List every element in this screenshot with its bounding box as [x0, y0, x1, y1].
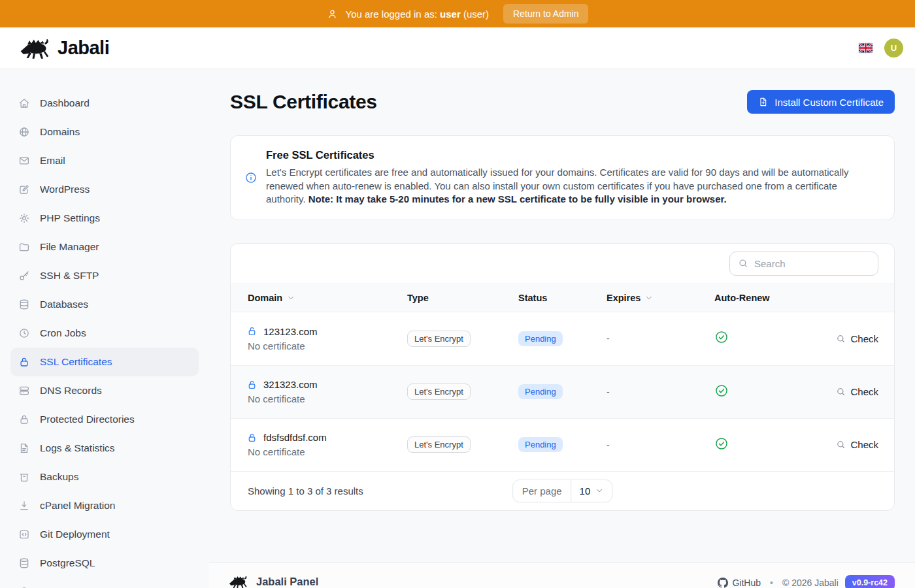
sidebar-item-postgresql[interactable]: PostgreSQL	[10, 549, 199, 578]
boar-logo-icon	[20, 37, 51, 59]
type-badge: Let's Encrypt	[407, 384, 471, 400]
sidebar-item-email[interactable]: Email	[10, 146, 199, 175]
sidebar-item-dns-records[interactable]: DNS Records	[10, 376, 199, 405]
footer-brand: Jabali Panel	[229, 575, 318, 588]
sidebar-item-file-manager[interactable]: File Manager	[10, 233, 199, 261]
column-label: Status	[518, 293, 547, 303]
sidebar-item-label: PostgreSQL	[40, 557, 95, 569]
banner-message: You are logged in as: user (user)	[346, 8, 490, 20]
person-icon	[327, 8, 338, 20]
sidebar-item-label: cPanel Migration	[40, 500, 115, 512]
sidebar-item-ssl-certificates[interactable]: SSL Certificates	[10, 348, 199, 376]
globe-icon	[18, 126, 30, 138]
sidebar-item-ssh-sftp[interactable]: SSH & SFTP	[10, 261, 199, 290]
check-button[interactable]: Check	[799, 333, 878, 344]
mail-icon	[18, 155, 30, 167]
document-icon	[18, 442, 30, 454]
column-label: Domain	[248, 293, 282, 303]
boar-logo-icon	[229, 575, 248, 588]
column-header-status: Status	[518, 293, 607, 303]
info-card-body: Let's Encrypt certificates are free and …	[266, 166, 878, 206]
gear-icon	[18, 212, 30, 224]
install-custom-certificate-button[interactable]: Install Custom Certificate	[747, 90, 895, 114]
sidebar-item-wordpress[interactable]: WordPress	[10, 175, 199, 204]
status-badge: Pending	[518, 331, 563, 346]
sidebar-item-label: PHP Settings	[40, 212, 100, 224]
sidebar-item-databases[interactable]: Databases	[10, 290, 199, 319]
sidebar-nav: DashboardDomainsEmailWordPressPHP Settin…	[0, 69, 209, 588]
sidebar-item-label: Backups	[40, 471, 78, 483]
per-page-label: Per page	[513, 480, 572, 502]
table-search	[729, 252, 878, 276]
chevron-down-icon	[595, 486, 604, 495]
sidebar-item-label: Email	[40, 155, 65, 167]
sidebar-item-label: Databases	[40, 299, 88, 310]
page-title: SSL Certificates	[230, 90, 377, 114]
check-button[interactable]: Check	[799, 386, 878, 397]
cell-expires: -	[607, 333, 714, 344]
sidebar-item-git-deployment[interactable]: Git Deployment	[10, 520, 199, 549]
check-circle-icon	[714, 384, 729, 398]
column-header-expires[interactable]: Expires	[607, 293, 714, 303]
edit-icon	[18, 184, 30, 195]
sidebar-item-label: File Manager	[40, 241, 99, 253]
search-icon	[836, 387, 846, 397]
auto-renew-enabled[interactable]	[714, 330, 799, 347]
home-icon	[18, 97, 30, 109]
type-badge: Let's Encrypt	[407, 436, 471, 453]
check-circle-icon	[714, 330, 729, 344]
sidebar-item-backups[interactable]: Backups	[10, 463, 199, 491]
domain-name: 321323.com	[263, 379, 318, 390]
cell-expires: -	[607, 387, 714, 397]
status-badge: Pending	[518, 437, 563, 452]
brand-name: Jabali	[58, 37, 109, 59]
lock-icon	[18, 356, 30, 368]
search-input[interactable]	[754, 258, 884, 269]
column-header-domain[interactable]: Domain	[248, 293, 407, 303]
cell-domain: fdsfsdfdsf.comNo certificate	[248, 432, 407, 457]
per-page-selector[interactable]: Per page 10	[512, 480, 613, 502]
unlock-icon	[248, 380, 258, 390]
sidebar-item-label: SSH & SFTP	[40, 270, 99, 282]
per-page-value: 10	[580, 485, 591, 497]
certificate-status-text: No certificate	[248, 446, 407, 457]
version-badge: v0.9-rc42	[845, 575, 895, 588]
type-badge: Let's Encrypt	[407, 331, 471, 347]
footer-separator: •	[770, 578, 773, 588]
lock-icon	[18, 414, 30, 425]
sidebar-item-cron-jobs[interactable]: Cron Jobs	[10, 319, 199, 348]
user-avatar[interactable]: U	[884, 39, 903, 57]
sidebar-item-logs-statistics[interactable]: Logs & Statistics	[10, 434, 199, 463]
code-box-icon	[18, 529, 30, 540]
language-flag-icon[interactable]	[859, 43, 873, 53]
sidebar-item-php-settings[interactable]: PHP Settings	[10, 204, 199, 233]
sidebar-item-label: Git Deployment	[40, 529, 110, 540]
table-row-fdsfsdfdsf-com: fdsfsdfdsf.comNo certificateLet's Encryp…	[231, 418, 894, 471]
sidebar-item-cpanel-migration[interactable]: cPanel Migration	[10, 491, 199, 520]
domain-name: 123123.com	[263, 326, 318, 337]
brand-logo[interactable]: Jabali	[20, 37, 109, 59]
check-button[interactable]: Check	[799, 439, 878, 450]
impersonation-banner: You are logged in as: user (user) Return…	[0, 0, 915, 27]
auto-renew-enabled[interactable]	[714, 384, 799, 400]
certificate-status-text: No certificate	[248, 393, 407, 404]
key-icon	[18, 270, 30, 282]
search-icon	[836, 440, 846, 449]
info-icon	[244, 171, 258, 184]
sidebar-item-protected-directories[interactable]: Protected Directories	[10, 405, 199, 434]
database-icon	[18, 557, 30, 569]
check-label: Check	[850, 439, 878, 450]
unlock-icon	[248, 433, 258, 443]
table-header-row: DomainTypeStatusExpiresAuto-Renew	[231, 284, 894, 312]
return-to-admin-button[interactable]: Return to Admin	[503, 4, 588, 24]
sidebar-item-partial[interactable]	[10, 578, 199, 588]
check-circle-icon	[714, 436, 729, 451]
github-link[interactable]: GitHub	[718, 578, 761, 588]
server-icon	[18, 385, 30, 397]
sidebar-item-label: DNS Records	[40, 385, 102, 397]
chevron-down-icon	[286, 293, 295, 302]
sidebar-item-dashboard[interactable]: Dashboard	[10, 89, 199, 118]
auto-renew-enabled[interactable]	[714, 436, 799, 453]
domain-name: fdsfsdfdsf.com	[263, 432, 327, 443]
sidebar-item-domains[interactable]: Domains	[10, 118, 199, 146]
